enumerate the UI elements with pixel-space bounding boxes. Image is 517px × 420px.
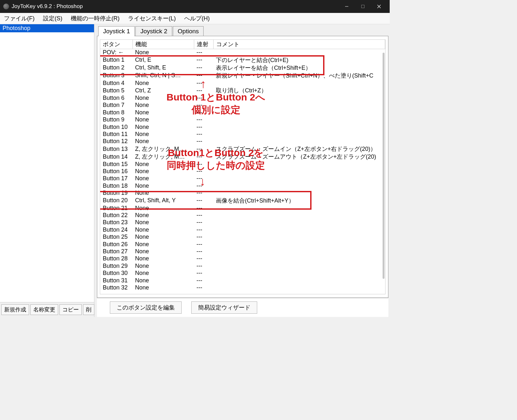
- header-button[interactable]: ボタン: [100, 40, 132, 49]
- table-row[interactable]: Button 3Shift, Ctrl, N | S…---新規レイヤー・レイヤ…: [100, 72, 385, 79]
- cell-function: None: [132, 109, 194, 116]
- menu-pause[interactable]: 機能の一時停止(R): [69, 14, 121, 23]
- cell-button: Button 27: [100, 248, 132, 255]
- tab-joystick1[interactable]: Joystick 1: [98, 26, 135, 36]
- profile-list[interactable]: Photoshop: [0, 24, 94, 302]
- cell-repeat: ---: [194, 56, 213, 64]
- tabs: Joystick 1 Joystick 2 Options: [97, 26, 388, 36]
- table-row[interactable]: Button 12None---: [100, 138, 385, 145]
- cell-function: None: [132, 284, 194, 291]
- cell-comment: [213, 94, 385, 101]
- cell-function: Ctrl, Shift, Alt, Y: [132, 197, 194, 205]
- table-row[interactable]: Button 6None---: [100, 94, 385, 101]
- table-row[interactable]: Button 4None---: [100, 79, 385, 87]
- cell-repeat: ---: [194, 109, 213, 116]
- table-row[interactable]: Button 8None---: [100, 109, 385, 116]
- table-row[interactable]: Button 23None---: [100, 219, 385, 226]
- table-row[interactable]: Button 21None---: [100, 205, 385, 212]
- cell-repeat: ---: [194, 262, 213, 269]
- cell-function: None: [132, 269, 194, 277]
- edit-button-settings[interactable]: このボタン設定を編集: [110, 301, 182, 314]
- cell-repeat: ---: [194, 197, 213, 205]
- cell-function: None: [132, 116, 194, 123]
- cell-comment: [213, 277, 385, 284]
- window-controls: [339, 1, 386, 12]
- cell-function: None: [132, 219, 194, 226]
- cell-repeat: ---: [194, 116, 213, 123]
- table-row[interactable]: Button 30None---: [100, 269, 385, 277]
- cell-repeat: ---: [194, 49, 213, 56]
- table-row[interactable]: Button 17None---: [100, 175, 385, 182]
- cell-function: None: [132, 182, 194, 189]
- cell-comment: [213, 269, 385, 277]
- cell-repeat: ---: [194, 219, 213, 226]
- table-row[interactable]: Button 2Ctrl, Shift, E---表示レイヤーを結合（Ctrl+…: [100, 64, 385, 72]
- window-title: JoyToKey v6.9.2 : Photoshop: [12, 3, 83, 10]
- table-row[interactable]: Button 9None---: [100, 116, 385, 123]
- table-row[interactable]: Button 1Ctrl, E---下のレイヤーと結合(Ctrl+E): [100, 56, 385, 64]
- table-row[interactable]: Button 26None---: [100, 241, 385, 248]
- table-row[interactable]: Button 10None---: [100, 123, 385, 131]
- table-row[interactable]: POV: ←None---: [100, 49, 385, 56]
- table-row[interactable]: Button 7None---: [100, 102, 385, 109]
- cell-button: Button 23: [100, 219, 132, 226]
- delete-profile-button[interactable]: 削: [83, 304, 94, 315]
- titlebar: JoyToKey v6.9.2 : Photoshop: [0, 0, 390, 13]
- table-row[interactable]: Button 24None---: [100, 226, 385, 233]
- header-comment[interactable]: コメント: [213, 40, 385, 49]
- table-row[interactable]: Button 27None---: [100, 248, 385, 255]
- header-function[interactable]: 機能: [132, 40, 194, 49]
- cell-button: Button 32: [100, 284, 132, 291]
- table-row[interactable]: Button 29None---: [100, 262, 385, 269]
- menubar: ファイル(F) 設定(S) 機能の一時停止(R) ライセンスキー(L) ヘルプ(…: [0, 13, 390, 24]
- tab-joystick2[interactable]: Joystick 2: [135, 26, 172, 36]
- cell-function: Z, 左クリック, M…: [132, 145, 194, 153]
- rename-profile-button[interactable]: 名称変更: [30, 304, 58, 315]
- maximize-button[interactable]: [355, 1, 370, 12]
- cell-repeat: ---: [194, 255, 213, 262]
- table-row[interactable]: Button 32None---: [100, 284, 385, 291]
- menu-settings[interactable]: 設定(S): [42, 14, 64, 23]
- table-row[interactable]: Button 13Z, 左クリック, M…---スクラブズーム・ズームイン（Z+…: [100, 145, 385, 153]
- copy-profile-button[interactable]: コピー: [59, 304, 82, 315]
- cell-repeat: ---: [194, 87, 213, 94]
- close-button[interactable]: [372, 1, 386, 12]
- menu-license[interactable]: ライセンスキー(L): [127, 14, 177, 23]
- cell-function: None: [132, 234, 194, 241]
- table-row[interactable]: Button 19None---: [100, 190, 385, 197]
- cell-repeat: ---: [194, 138, 213, 145]
- menu-help[interactable]: ヘルプ(H): [183, 14, 211, 23]
- cell-comment: [213, 284, 385, 291]
- tab-options[interactable]: Options: [173, 26, 204, 36]
- table-row[interactable]: Button 31None---: [100, 277, 385, 284]
- cell-repeat: ---: [194, 145, 213, 153]
- table-row[interactable]: Button 15None---: [100, 161, 385, 168]
- new-profile-button[interactable]: 新規作成: [1, 304, 29, 315]
- cell-comment: [213, 234, 385, 241]
- cell-comment: [213, 123, 385, 131]
- table-row[interactable]: Button 11None---: [100, 131, 385, 138]
- table-row[interactable]: Button 16None---: [100, 168, 385, 175]
- cell-comment: 新規レイヤー・レイヤー（Shift+Ctrl+N）、べた塗り(Shift+C: [213, 72, 385, 79]
- table-row[interactable]: Button 25None---: [100, 234, 385, 241]
- table-row[interactable]: Button 28None---: [100, 255, 385, 262]
- easy-setup-wizard[interactable]: 簡易設定ウィザード: [191, 301, 257, 314]
- cell-function: None: [132, 248, 194, 255]
- menu-file[interactable]: ファイル(F): [3, 14, 36, 23]
- table-row[interactable]: Button 14Z, 左クリック, M…---スクラブズーム・ズームアウト（Z…: [100, 153, 385, 161]
- cell-function: None: [132, 161, 194, 168]
- cell-repeat: ---: [194, 175, 213, 182]
- cell-button: Button 20: [100, 197, 132, 205]
- cell-repeat: ---: [194, 226, 213, 233]
- header-repeat[interactable]: 連射: [194, 40, 213, 49]
- table-row[interactable]: Button 22None---: [100, 212, 385, 219]
- table-row[interactable]: Button 5Ctrl, Z---取り消し（Ctrl+Z）: [100, 87, 385, 94]
- table-row[interactable]: Button 18None---: [100, 182, 385, 189]
- cell-button: Button 11: [100, 131, 132, 138]
- button-table-container[interactable]: ボタン 機能 連射 コメント POV: ←None---Button 1Ctrl…: [100, 39, 385, 294]
- profile-item-photoshop[interactable]: Photoshop: [0, 24, 94, 32]
- table-row[interactable]: Button 20Ctrl, Shift, Alt, Y---画像を結合(Ctr…: [100, 197, 385, 205]
- scrollbar[interactable]: [383, 53, 385, 279]
- minimize-button[interactable]: [339, 1, 354, 12]
- cell-repeat: ---: [194, 241, 213, 248]
